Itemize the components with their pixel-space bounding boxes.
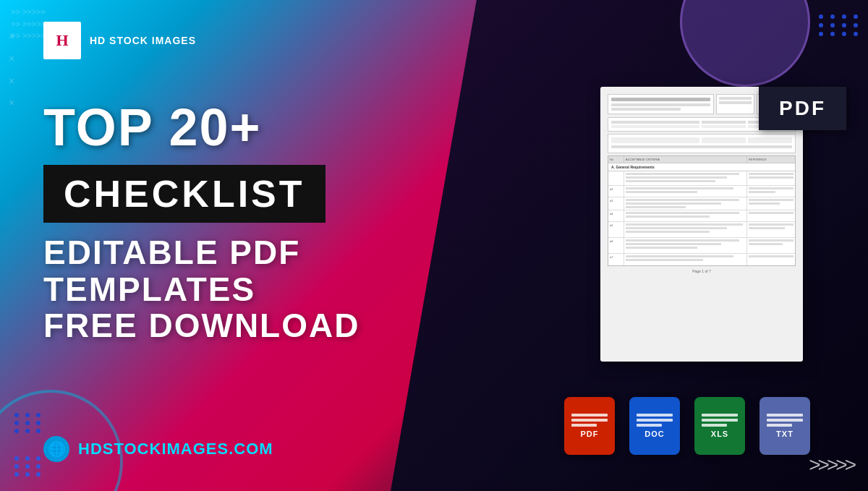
logo-letter: H [56, 31, 68, 50]
pdf-icon[interactable]: PDF [564, 397, 615, 455]
logo-text: HD STOCK IMAGES [90, 35, 196, 46]
txt-icon-lines [767, 414, 803, 427]
subtitle-line-1: EDITABLE PDF TEMPLATES [43, 234, 470, 307]
website-url[interactable]: HDSTOCKIMAGES.COM [78, 440, 273, 458]
deco-chevrons-top: >> >>>>> >> >>>>> >> >>>>> [11, 6, 46, 42]
txt-icon[interactable]: TXT [760, 397, 810, 455]
doc-icon[interactable]: DOC [629, 397, 680, 455]
checklist-badge: CHECKLIST [43, 165, 326, 223]
arrows-bottom-right: >>>>> [809, 453, 854, 477]
main-content-left: TOP 20+ CHECKLIST EDITABLE PDF TEMPLATES… [43, 101, 470, 344]
deco-dots-bottom-left-2 [14, 456, 43, 477]
logo-area: H HD STOCK IMAGES [43, 22, 196, 59]
pdf-label: PDF [581, 430, 599, 438]
doc-label: DOC [644, 430, 664, 438]
deco-x-marks: ×××× [9, 25, 14, 114]
txt-label: TXT [776, 430, 793, 438]
doc-icon-lines [637, 414, 673, 427]
bottom-url-area: 🌐 HDSTOCKIMAGES.COM [43, 436, 273, 462]
checklist-text: CHECKLIST [64, 173, 305, 215]
subtitle-line-2: FREE DOWNLOAD [43, 307, 470, 344]
deco-dots-bottom-left [14, 413, 43, 433]
logo-box: H [43, 22, 81, 59]
pdf-icon-lines [571, 414, 608, 427]
xls-label: XLS [711, 430, 728, 438]
format-icons-row: PDF DOC XLS TXT [564, 397, 810, 455]
globe-icon: 🌐 [43, 436, 69, 462]
deco-dots-top-right [819, 14, 861, 36]
pdf-badge: PDF [759, 87, 846, 130]
xls-icon-lines [702, 414, 738, 427]
top-20-heading: TOP 20+ [43, 101, 470, 153]
xls-icon[interactable]: XLS [694, 397, 745, 455]
